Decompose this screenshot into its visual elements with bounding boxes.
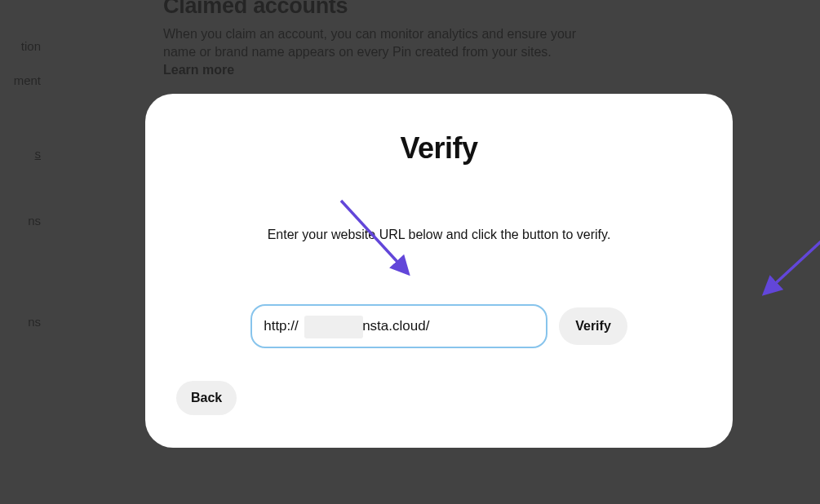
verify-modal: Verify Enter your website URL below and … [145,94,733,448]
website-url-field-wrap[interactable] [250,304,547,348]
modal-subtitle: Enter your website URL below and click t… [168,228,710,242]
back-button[interactable]: Back [176,381,237,415]
verify-button[interactable]: Verify [559,307,627,345]
svg-line-1 [341,201,406,272]
redaction-patch [304,316,363,338]
modal-title: Verify [168,131,710,166]
annotation-arrow-left [335,194,428,284]
annotation-arrow-right [747,227,820,304]
svg-line-3 [766,233,820,292]
